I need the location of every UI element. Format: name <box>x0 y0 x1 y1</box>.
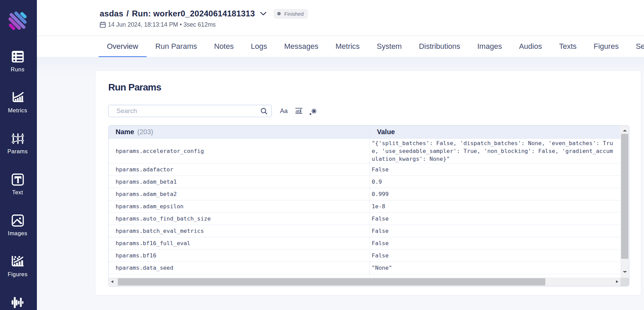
tab-overview[interactable]: Overview <box>98 36 147 57</box>
breadcrumb-separator: / <box>126 9 129 18</box>
param-name: hparams.accelerator_config <box>109 139 369 163</box>
table-row[interactable]: hparams.adam_epsilon 1e-8 <box>109 200 621 213</box>
sidebar-item-params[interactable]: Params <box>0 130 37 171</box>
tab-logs[interactable]: Logs <box>242 36 276 57</box>
svg-text:ab: ab <box>295 109 300 114</box>
metrics-icon <box>12 91 24 104</box>
horizontal-scrollbar-thumb[interactable] <box>118 278 545 285</box>
table-row[interactable]: hparams.adam_beta2 0.999 <box>109 188 621 200</box>
tab-system[interactable]: System <box>368 36 410 57</box>
search-box <box>108 105 272 117</box>
scroll-up-arrow-icon[interactable] <box>623 130 627 131</box>
params-table: Name (203) Value hparams.accelerator_con… <box>108 125 629 286</box>
breadcrumb: asdas / Run: worker0_20240614181313 Fini… <box>100 8 308 19</box>
tab-figures[interactable]: Figures <box>585 36 627 57</box>
column-divider <box>369 126 370 277</box>
breadcrumb-project[interactable]: asdas <box>100 9 123 18</box>
tab-metrics[interactable]: Metrics <box>327 36 368 57</box>
param-name: hparams.adafactor <box>109 164 369 175</box>
table-header: Name (203) Value <box>109 126 621 139</box>
run-datetime: 14 Jun 2024, 18:13:14 PM • 3sec 612ms <box>108 21 216 28</box>
tab-images[interactable]: Images <box>469 36 510 57</box>
tab-distributions[interactable]: Distributions <box>410 36 469 57</box>
row-count: (203) <box>137 128 153 136</box>
param-name: hparams.bf16 <box>109 250 369 262</box>
run-params-card: Run Params Aa ab <box>95 70 641 296</box>
sidebar: Runs Metrics <box>0 0 37 310</box>
run-tabbar: Overview Run Params Notes Logs Messages … <box>37 36 644 57</box>
search-input[interactable] <box>108 105 272 117</box>
table-row[interactable]: hparams.accelerator_config "{'split_batc… <box>109 139 621 164</box>
runs-icon <box>12 51 24 63</box>
run-header: asdas / Run: worker0_20240614181313 Fini… <box>37 0 644 36</box>
vertical-scrollbar[interactable] <box>620 126 629 277</box>
param-value: "{'split_batches': False, 'dispatch_batc… <box>369 139 621 163</box>
params-icon <box>12 132 24 145</box>
status-badge: Finished <box>274 9 308 19</box>
param-value: "None" <box>369 262 621 274</box>
param-name: hparams.auto_find_batch_size <box>109 213 369 225</box>
tab-texts[interactable]: Texts <box>550 36 585 57</box>
use-regex-button[interactable] <box>309 107 317 115</box>
sidebar-item-figures[interactable]: Figures <box>0 253 37 294</box>
sidebar-item-text[interactable]: Text <box>0 171 37 212</box>
param-name: hparams.adam_beta2 <box>109 188 369 200</box>
audio-icon <box>12 296 24 309</box>
tab-notes[interactable]: Notes <box>206 36 242 57</box>
param-name: hparams.bf16_full_eval <box>109 237 369 249</box>
table-row[interactable]: hparams.auto_find_batch_size False <box>109 213 621 225</box>
breadcrumb-run: Run: worker0_20240614181313 <box>132 9 255 18</box>
scroll-down-arrow-icon[interactable] <box>623 271 627 273</box>
sidebar-item-metrics[interactable]: Metrics <box>0 89 37 130</box>
table-row[interactable]: hparams.bf16 False <box>109 250 621 262</box>
card-title: Run Params <box>108 82 161 93</box>
scroll-right-arrow-icon[interactable] <box>616 280 618 283</box>
table-row[interactable]: hparams.bf16_full_eval False <box>109 237 621 250</box>
scroll-left-arrow-icon[interactable] <box>111 280 113 283</box>
param-name: hparams.adam_beta1 <box>109 176 369 188</box>
param-name: hparams.data_seed <box>109 262 369 274</box>
sidebar-nav: Runs Metrics <box>0 48 37 310</box>
content: Run Params Aa ab <box>37 57 644 310</box>
search-toolbar: Aa ab <box>108 105 317 117</box>
param-value: 1e-8 <box>369 200 621 212</box>
param-value: 0.9 <box>369 176 621 188</box>
text-icon <box>12 173 24 186</box>
vertical-scrollbar-thumb[interactable] <box>621 134 628 259</box>
table-row[interactable]: hparams.batch_eval_metrics False <box>109 225 621 237</box>
match-whole-word-button[interactable]: ab <box>295 108 303 114</box>
sidebar-item-audios[interactable]: Audios <box>0 294 37 310</box>
aim-logo[interactable] <box>8 11 27 30</box>
status-dot <box>277 12 281 15</box>
horizontal-scrollbar[interactable] <box>109 278 621 286</box>
param-value: False <box>369 225 621 237</box>
run-date-row: 14 Jun 2024, 18:13:14 PM • 3sec 612ms <box>100 21 216 28</box>
tab-run-params[interactable]: Run Params <box>147 36 206 57</box>
param-value: False <box>369 237 621 249</box>
table-row[interactable]: hparams.adafactor False <box>109 164 621 176</box>
calendar-icon <box>100 22 106 28</box>
param-value: False <box>369 213 621 225</box>
sidebar-item-runs[interactable]: Runs <box>0 48 37 89</box>
tab-settings[interactable]: Settings <box>627 36 644 57</box>
param-value: 0.999 <box>369 188 621 200</box>
param-value: False <box>369 164 621 175</box>
param-name: hparams.adam_epsilon <box>109 200 369 212</box>
tab-list: Overview Run Params Notes Logs Messages … <box>37 36 644 57</box>
tab-messages[interactable]: Messages <box>276 36 327 57</box>
table-row[interactable]: hparams.data_seed "None" <box>109 262 621 274</box>
table-row[interactable]: hparams.adam_beta1 0.9 <box>109 176 621 188</box>
search-icon <box>260 107 268 115</box>
images-icon <box>12 214 24 227</box>
sidebar-item-images[interactable]: Images <box>0 212 37 253</box>
column-header-name[interactable]: Name (203) <box>109 126 369 138</box>
status-label: Finished <box>284 11 304 17</box>
tab-audios[interactable]: Audios <box>510 36 550 57</box>
param-name: hparams.batch_eval_metrics <box>109 225 369 237</box>
scrollbar-corner <box>620 278 629 286</box>
chevron-down-icon[interactable] <box>260 12 266 15</box>
column-header-value[interactable]: Value <box>369 126 395 138</box>
figures-icon <box>12 255 24 268</box>
match-case-button[interactable]: Aa <box>280 107 288 115</box>
table-body: hparams.accelerator_config "{'split_batc… <box>109 139 621 274</box>
